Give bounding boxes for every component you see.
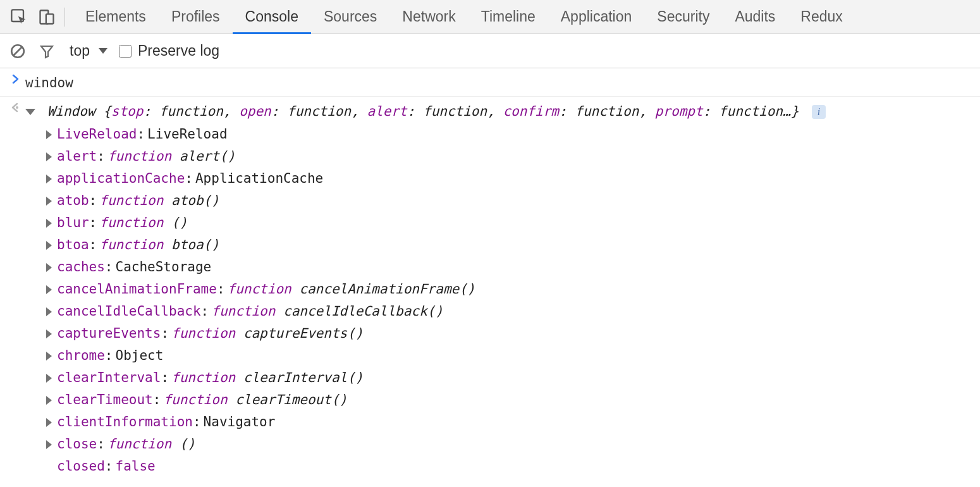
preserve-log-checkbox[interactable] xyxy=(119,45,132,58)
property-caches[interactable]: caches: CacheStorage xyxy=(44,256,980,278)
preserve-log-label: Preserve log xyxy=(138,42,219,59)
disclosure-triangle-right-icon[interactable] xyxy=(44,374,57,383)
property-blur[interactable]: blur: function () xyxy=(44,212,980,234)
svg-rect-2 xyxy=(46,14,54,23)
execution-context-label: top xyxy=(70,42,90,59)
panel-tab-console[interactable]: Console xyxy=(233,0,311,34)
property-value: Navigator xyxy=(204,411,276,433)
property-name: clearTimeout xyxy=(57,389,153,411)
filter-icon[interactable] xyxy=(35,40,58,63)
disclosure-triangle-right-icon[interactable] xyxy=(44,307,57,316)
panel-tab-network[interactable]: Network xyxy=(389,0,468,34)
panel-tab-security[interactable]: Security xyxy=(644,0,722,34)
property-value: function () xyxy=(99,212,187,234)
console-result-row: Window {stop: function, open: function, … xyxy=(0,97,980,480)
panel-tab-audits[interactable]: Audits xyxy=(722,0,788,34)
panel-tab-redux[interactable]: Redux xyxy=(788,0,855,34)
property-name: caches xyxy=(57,256,105,278)
property-value: false xyxy=(116,455,156,478)
property-value: function () xyxy=(107,433,195,455)
property-clientInformation[interactable]: clientInformation: Navigator xyxy=(44,411,980,433)
panel-tab-sources[interactable]: Sources xyxy=(311,0,389,34)
disclosure-triangle-right-icon[interactable] xyxy=(44,175,57,183)
disclosure-triangle-down-icon[interactable] xyxy=(25,109,35,115)
property-value: CacheStorage xyxy=(116,256,212,278)
property-captureEvents[interactable]: captureEvents: function captureEvents() xyxy=(44,323,980,345)
property-btoa[interactable]: btoa: function btoa() xyxy=(44,234,980,256)
property-name: atob xyxy=(57,190,89,212)
property-name: close xyxy=(57,433,97,455)
property-LiveReload[interactable]: LiveReload: LiveReload xyxy=(44,123,980,145)
property-value: function btoa() xyxy=(99,234,219,256)
panel-tab-elements[interactable]: Elements xyxy=(73,0,159,34)
property-close[interactable]: close: function () xyxy=(44,433,980,455)
svg-point-5 xyxy=(16,106,18,109)
property-value: Object xyxy=(116,345,164,367)
property-atob[interactable]: atob: function atob() xyxy=(44,190,980,212)
disclosure-triangle-right-icon[interactable] xyxy=(44,197,57,206)
property-value: function alert() xyxy=(107,145,235,168)
property-value: LiveReload xyxy=(147,123,227,145)
panel-tab-timeline[interactable]: Timeline xyxy=(469,0,548,34)
property-chrome[interactable]: chrome: Object xyxy=(44,345,980,367)
execution-context-selector[interactable]: top xyxy=(64,40,113,62)
property-cancelAnimationFrame[interactable]: cancelAnimationFrame: function cancelAni… xyxy=(44,278,980,300)
svg-line-4 xyxy=(14,47,22,55)
console-input-text[interactable]: window xyxy=(25,75,73,90)
disclosure-triangle-right-icon[interactable] xyxy=(44,418,57,427)
separator xyxy=(64,8,65,27)
property-value: function cancelAnimationFrame() xyxy=(228,278,475,300)
property-cancelIdleCallback[interactable]: cancelIdleCallback: function cancelIdleC… xyxy=(44,300,980,323)
input-prompt-icon xyxy=(6,71,25,85)
property-name: chrome xyxy=(57,345,105,367)
property-value: function cancelIdleCallback() xyxy=(211,300,443,323)
property-name: captureEvents xyxy=(57,323,161,345)
disclosure-triangle-right-icon[interactable] xyxy=(44,219,57,228)
disclosure-triangle-right-icon[interactable] xyxy=(44,440,57,449)
property-value: ApplicationCache xyxy=(195,168,323,190)
property-name: cancelAnimationFrame xyxy=(57,278,217,300)
property-name: blur xyxy=(57,212,89,234)
panel-tab-application[interactable]: Application xyxy=(548,0,645,34)
property-value: function clearInterval() xyxy=(171,367,363,389)
disclosure-triangle-right-icon[interactable] xyxy=(44,396,57,405)
property-name: clearInterval xyxy=(57,367,161,389)
disclosure-triangle-right-icon[interactable] xyxy=(44,130,57,139)
property-clearTimeout[interactable]: clearTimeout: function clearTimeout() xyxy=(44,389,980,411)
disclosure-triangle-right-icon[interactable] xyxy=(44,285,57,294)
preserve-log-toggle[interactable]: Preserve log xyxy=(119,42,219,59)
info-badge-icon[interactable]: i xyxy=(812,105,826,119)
property-name: cancelIdleCallback xyxy=(57,300,201,323)
property-name: btoa xyxy=(57,234,89,256)
console-toolbar: top Preserve log xyxy=(0,34,980,68)
devtools-tabbar: ElementsProfilesConsoleSourcesNetworkTim… xyxy=(0,0,980,34)
clear-console-icon[interactable] xyxy=(6,40,29,63)
disclosure-triangle-right-icon[interactable] xyxy=(44,263,57,272)
output-prompt-icon xyxy=(6,99,25,113)
console-messages: window Window {stop: function, open: fun… xyxy=(0,68,980,480)
property-name: alert xyxy=(57,145,97,168)
disclosure-triangle-right-icon[interactable] xyxy=(44,352,57,361)
property-closed[interactable]: closed: false xyxy=(44,455,980,478)
property-value: function clearTimeout() xyxy=(163,389,347,411)
disclosure-triangle-right-icon[interactable] xyxy=(44,152,57,161)
property-applicationCache[interactable]: applicationCache: ApplicationCache xyxy=(44,168,980,190)
panel-tabs: ElementsProfilesConsoleSourcesNetworkTim… xyxy=(73,0,855,34)
disclosure-triangle-right-icon[interactable] xyxy=(44,330,57,338)
inspect-element-icon[interactable] xyxy=(5,0,33,34)
property-name: applicationCache xyxy=(57,168,185,190)
property-alert[interactable]: alert: function alert() xyxy=(44,145,980,168)
disclosure-triangle-right-icon[interactable] xyxy=(44,241,57,250)
object-properties: LiveReload: LiveReloadalert: function al… xyxy=(25,122,980,478)
property-value: function atob() xyxy=(99,190,219,212)
toggle-device-toolbar-icon[interactable] xyxy=(33,0,61,34)
panel-tab-profiles[interactable]: Profiles xyxy=(159,0,233,34)
object-summary-line[interactable]: Window {stop: function, open: function, … xyxy=(25,101,980,122)
property-clearInterval[interactable]: clearInterval: function clearInterval() xyxy=(44,367,980,389)
property-value: function captureEvents() xyxy=(171,323,363,345)
property-name: clientInformation xyxy=(57,411,193,433)
chevron-down-icon xyxy=(99,48,107,54)
console-input-row: window xyxy=(0,68,980,97)
property-name: closed xyxy=(57,455,105,478)
object-summary-text: Window {stop: function, open: function, … xyxy=(47,104,799,119)
